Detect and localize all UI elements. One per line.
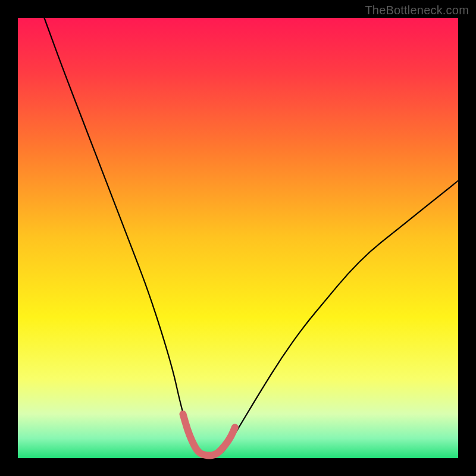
chart-container: TheBottleneck.com bbox=[0, 0, 476, 476]
plot-background bbox=[18, 18, 458, 458]
watermark-text: TheBottleneck.com bbox=[365, 4, 469, 17]
bottleneck-chart bbox=[0, 0, 476, 476]
